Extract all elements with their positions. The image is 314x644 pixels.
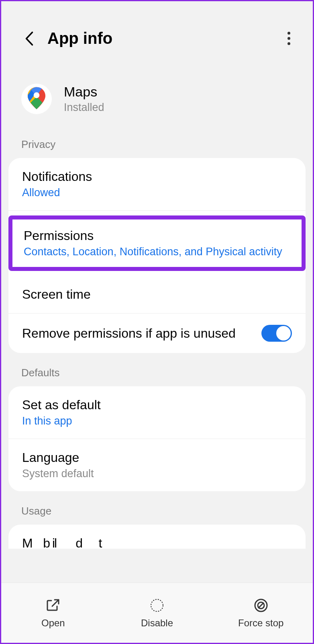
remove-permissions-toggle[interactable]: [261, 325, 292, 342]
open-button[interactable]: Open: [1, 583, 105, 643]
header: App info: [1, 1, 313, 59]
section-header-usage: Usage: [1, 497, 313, 525]
force-stop-icon: [254, 598, 268, 613]
defaults-card: Set as default In this app Language Syst…: [8, 386, 306, 491]
section-header-defaults: Defaults: [1, 359, 313, 386]
more-options-button[interactable]: [281, 31, 297, 47]
svg-point-0: [34, 92, 40, 98]
remove-permissions-title: Remove permissions if app is unused: [22, 326, 261, 341]
language-title: Language: [22, 450, 292, 465]
language-subtitle: System default: [22, 468, 292, 480]
remove-permissions-item[interactable]: Remove permissions if app is unused: [8, 314, 306, 353]
svg-line-5: [259, 603, 263, 608]
disable-icon: [150, 598, 164, 613]
open-icon: [46, 598, 60, 613]
screentime-title: Screen time: [22, 287, 292, 302]
disable-label: Disable: [141, 617, 173, 629]
privacy-card: Notifications Allowed Permissions Contac…: [8, 158, 306, 353]
set-default-item[interactable]: Set as default In this app: [8, 386, 306, 439]
usage-card: M b il d t: [8, 525, 306, 549]
section-header-privacy: Privacy: [1, 130, 313, 158]
set-default-title: Set as default: [22, 398, 292, 412]
notifications-subtitle: Allowed: [22, 187, 292, 199]
notifications-title: Notifications: [22, 169, 292, 184]
back-button[interactable]: [21, 31, 37, 47]
disable-button[interactable]: Disable: [105, 583, 209, 643]
maps-pin-icon: [28, 87, 45, 111]
permissions-item[interactable]: Permissions Contacts, Location, Notifica…: [8, 215, 306, 271]
page-title: App info: [47, 29, 281, 47]
set-default-subtitle: In this app: [22, 415, 292, 427]
app-status: Installed: [64, 101, 104, 114]
force-stop-button[interactable]: Force stop: [209, 583, 313, 643]
notifications-item[interactable]: Notifications Allowed: [8, 158, 306, 211]
mobile-data-partial[interactable]: M b il d t: [22, 536, 292, 549]
permissions-subtitle: Contacts, Location, Notifications, and P…: [24, 246, 290, 258]
svg-point-2: [151, 599, 163, 611]
screentime-item[interactable]: Screen time: [8, 276, 306, 314]
back-icon: [25, 31, 34, 46]
permissions-title: Permissions: [24, 228, 290, 243]
app-icon: [21, 84, 52, 114]
force-stop-label: Force stop: [238, 617, 283, 629]
open-label: Open: [41, 617, 65, 629]
app-header-row: Maps Installed: [1, 59, 313, 130]
app-name: Maps: [64, 84, 104, 100]
bottom-action-bar: Open Disable Force stop: [1, 582, 313, 643]
svg-line-1: [52, 600, 59, 606]
more-icon: [287, 32, 290, 35]
language-item[interactable]: Language System default: [8, 439, 306, 491]
